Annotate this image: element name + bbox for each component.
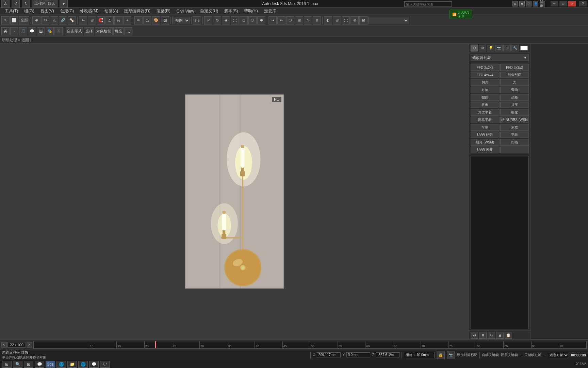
workspace-dropdown[interactable]: ▼ bbox=[60, 0, 68, 8]
mod-ffd3x3x3[interactable]: FFD 3x3x3 bbox=[500, 64, 529, 71]
coord-z-value[interactable]: -367.612m bbox=[376, 352, 399, 357]
view-dropdown[interactable]: 视图 bbox=[172, 17, 190, 24]
selection-set-dropdown[interactable]: 曲面选择集 bbox=[368, 17, 409, 24]
scale-tool[interactable]: △ bbox=[50, 16, 58, 25]
align-tool[interactable]: ⊞ bbox=[88, 16, 96, 25]
snap-toggle[interactable]: 🧲 bbox=[97, 16, 105, 25]
sub-free-form[interactable]: 自由形式 bbox=[66, 27, 83, 35]
search-input[interactable] bbox=[406, 2, 450, 6]
icon2[interactable]: ★ bbox=[519, 1, 525, 6]
rp-icon-shape[interactable]: ⊕ bbox=[479, 45, 486, 51]
rp-icon-helper[interactable]: ⊞ bbox=[503, 45, 511, 51]
icon3[interactable]: ♡ bbox=[526, 1, 532, 6]
taskbar-3dsmax[interactable]: 3ds bbox=[46, 361, 55, 368]
rp-color-swatch[interactable] bbox=[520, 46, 528, 50]
render-setup[interactable]: 🖼 bbox=[161, 16, 169, 25]
timeline-counter[interactable]: 22 / 100 bbox=[7, 342, 26, 348]
menu-modifier[interactable]: 修改器(M) bbox=[77, 7, 101, 15]
s-icon4[interactable]: 💬 bbox=[28, 27, 36, 35]
mod-slice[interactable]: 切片 bbox=[471, 79, 500, 86]
lock-selection[interactable]: 🔒 bbox=[437, 351, 445, 359]
icon1[interactable]: ⊞ bbox=[512, 1, 518, 6]
menu-animate[interactable]: 动画(A) bbox=[102, 7, 121, 15]
menu-tools[interactable]: 工具(T) bbox=[2, 7, 21, 15]
coord-x-value[interactable]: 209.117mm bbox=[317, 352, 341, 357]
filter-label[interactable]: 关键帧过滤 … bbox=[524, 353, 546, 357]
login-btn[interactable]: 登录 bbox=[540, 1, 545, 6]
taskbar-msg[interactable]: 💬 bbox=[89, 361, 99, 368]
rp-icon-space[interactable]: 🔧 bbox=[511, 45, 519, 51]
rp-icon-light[interactable]: 💡 bbox=[487, 45, 494, 51]
maximize-btn[interactable]: □ bbox=[559, 1, 567, 6]
tool-h[interactable]: ⇥ bbox=[268, 16, 277, 25]
mod-ffd4x4x4[interactable]: FFD 4x4x4 bbox=[471, 72, 500, 78]
mod-symmetry[interactable]: 对称 bbox=[471, 87, 500, 93]
sub-select[interactable]: 选择 bbox=[84, 27, 94, 35]
menu-view[interactable]: 视图(V) bbox=[38, 7, 57, 15]
rp-btn-print[interactable]: 🖨 bbox=[496, 332, 504, 339]
rotate-tool[interactable]: ↻ bbox=[41, 16, 49, 25]
rp-btn-paste[interactable]: 📋 bbox=[505, 332, 512, 339]
tool-q[interactable]: ⊕ bbox=[350, 16, 359, 25]
mod-mesh-smooth[interactable]: 网格平着 bbox=[471, 117, 500, 123]
mod-squeeze[interactable]: 挤压 bbox=[500, 102, 529, 108]
mod-nurbs[interactable]: 转 NURBS (WSN bbox=[500, 117, 529, 123]
mod-bevel-section[interactable]: 剖角剖面 bbox=[500, 72, 529, 78]
app-icon[interactable]: A bbox=[1, 0, 10, 8]
mod-lathe[interactable]: 车削 bbox=[471, 124, 500, 131]
move-tool[interactable]: ⊕ bbox=[32, 16, 40, 25]
redo-btn[interactable]: ↻ bbox=[22, 0, 30, 8]
close-icon[interactable]: ✕ bbox=[568, 1, 576, 6]
tool-r[interactable]: ⊠ bbox=[359, 16, 368, 25]
taskbar-windows[interactable]: ⊞ bbox=[2, 361, 12, 368]
taskbar-explorer[interactable]: 📁 bbox=[67, 361, 77, 368]
taskbar-edge[interactable]: 🌐 bbox=[56, 361, 66, 368]
mod-bend[interactable]: 弯曲 bbox=[500, 87, 529, 93]
target-dropdown[interactable]: 选定对象 bbox=[548, 352, 569, 358]
mod-extrude[interactable]: 挤出 bbox=[471, 102, 500, 108]
taskbar-search[interactable]: 🔍 bbox=[13, 361, 22, 368]
tool-k[interactable]: ⊞ bbox=[295, 16, 303, 25]
menu-graph-editor[interactable]: 图形编辑器(D) bbox=[121, 7, 153, 15]
camera-icon[interactable]: 📷 bbox=[447, 351, 455, 359]
s-icon5[interactable]: 🖼 bbox=[37, 27, 45, 35]
rp-icon-camera[interactable]: 📷 bbox=[495, 45, 503, 51]
menu-render[interactable]: 渲染(R) bbox=[154, 7, 173, 15]
undo-btn[interactable]: ↺ bbox=[12, 0, 20, 8]
sub-obj-paint[interactable]: 对象绘制 bbox=[95, 27, 113, 35]
timeline-prev[interactable]: < bbox=[1, 342, 7, 348]
rp-btn-first[interactable]: ⏮ bbox=[471, 332, 478, 339]
sub-fill[interactable]: 填充 bbox=[113, 27, 124, 35]
tool-m[interactable]: ⊗ bbox=[313, 16, 321, 25]
menu-script[interactable]: 脚本(S) bbox=[222, 7, 241, 15]
select-tool[interactable]: ↖ bbox=[1, 16, 10, 25]
mod-ffd2x2x2[interactable]: FFD 2x2x2 bbox=[471, 64, 500, 71]
tool-b[interactable]: ⊙ bbox=[213, 16, 221, 25]
angle-snap[interactable]: ∠ bbox=[105, 16, 114, 25]
timeline-playhead[interactable] bbox=[155, 341, 156, 348]
mod-planar[interactable]: 平着 bbox=[500, 132, 529, 138]
taskbar-chat[interactable]: 💬 bbox=[35, 361, 44, 368]
s-icon2[interactable]: · bbox=[10, 27, 18, 35]
s-icon3[interactable]: 🎵 bbox=[19, 27, 27, 35]
menu-help[interactable]: 帮助(H) bbox=[241, 7, 261, 15]
mod-lattice[interactable]: 晶格 bbox=[500, 94, 529, 101]
tool-g[interactable]: ⊕ bbox=[257, 16, 265, 25]
material-editor[interactable]: 🎨 bbox=[152, 16, 160, 25]
menu-group[interactable]: 组(G) bbox=[21, 7, 37, 15]
tool-p[interactable]: ⛶ bbox=[342, 16, 350, 25]
tool-i[interactable]: ⇤ bbox=[277, 16, 285, 25]
menu-civil-view[interactable]: Civil View bbox=[174, 8, 197, 14]
mod-shell[interactable]: 壳 bbox=[500, 79, 529, 86]
mod-uvw-map[interactable]: UVW 贴图 bbox=[471, 132, 500, 138]
mirror-tool[interactable]: ⇔ bbox=[79, 16, 87, 25]
number-field[interactable]: 2.5 bbox=[193, 16, 201, 25]
mod-relax[interactable]: 累放 bbox=[500, 124, 529, 131]
menu-custom[interactable]: 自定义(U) bbox=[197, 7, 221, 15]
workspace-btn[interactable]: 工作区: 默认 bbox=[32, 0, 58, 8]
help-btn[interactable]: ? bbox=[579, 1, 587, 6]
taskbar-tasks[interactable]: ⊞ bbox=[24, 361, 33, 368]
timeline-next[interactable]: > bbox=[27, 342, 32, 348]
mod-tessellate[interactable]: 细化 bbox=[500, 109, 529, 116]
autokey-label[interactable]: 自动关键帧 bbox=[482, 353, 499, 357]
